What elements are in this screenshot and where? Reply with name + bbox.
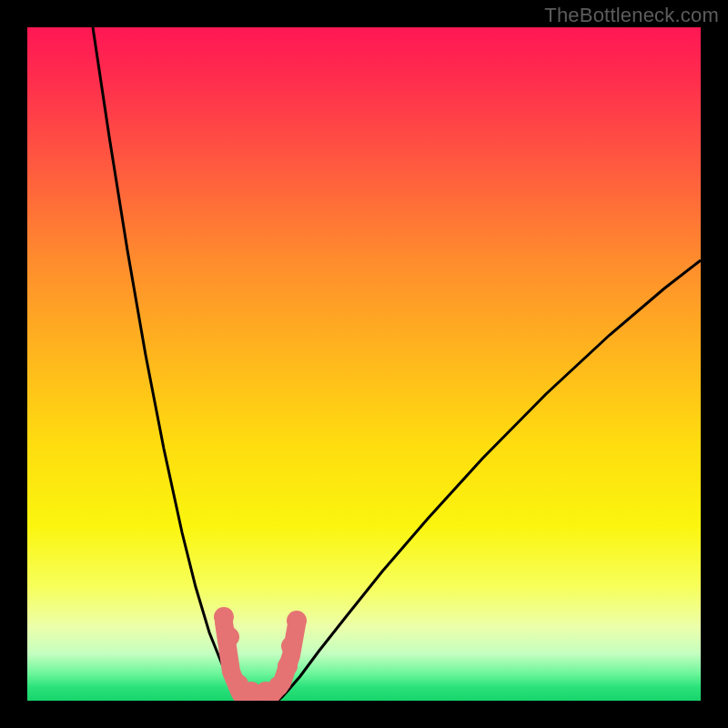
marker-dot <box>219 627 239 647</box>
bottleneck-curves <box>93 27 701 701</box>
chart-stage: TheBottleneck.com <box>0 0 728 728</box>
curve-layer <box>27 27 701 701</box>
marker-dot <box>268 676 288 696</box>
marker-dot <box>287 611 307 631</box>
curve-right-branch <box>278 260 701 701</box>
curve-left-branch <box>93 27 242 701</box>
marker-dot <box>281 636 301 656</box>
marker-dot <box>278 656 298 676</box>
marker-dot <box>214 607 234 627</box>
plot-area <box>27 27 701 701</box>
watermark-text: TheBottleneck.com <box>544 4 719 27</box>
